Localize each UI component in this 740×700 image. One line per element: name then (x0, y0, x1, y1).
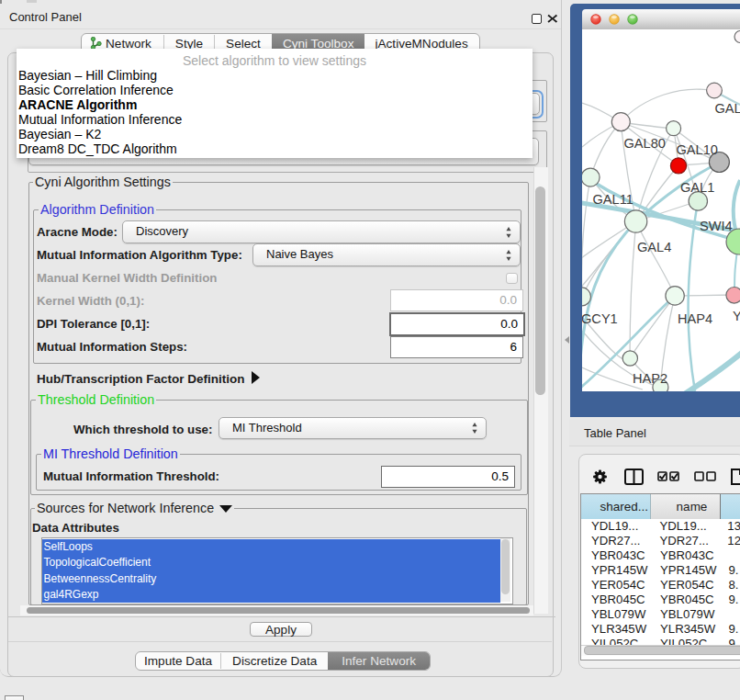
svg-text:YJ: YJ (733, 309, 740, 323)
svg-text:GAL11: GAL11 (593, 192, 633, 207)
svg-text:GAL1: GAL1 (680, 180, 714, 195)
svg-text:SWI4: SWI4 (700, 219, 733, 233)
svg-text:HAP2: HAP2 (633, 371, 667, 386)
svg-text:GAL4: GAL4 (637, 240, 671, 254)
svg-text:GAL80: GAL80 (624, 136, 666, 151)
svg-text:GAL2: GAL2 (715, 101, 740, 116)
svg-text:GCY1: GCY1 (582, 311, 618, 326)
svg-text:HAP4: HAP4 (678, 311, 712, 326)
svg-text:GAL10: GAL10 (677, 142, 718, 157)
